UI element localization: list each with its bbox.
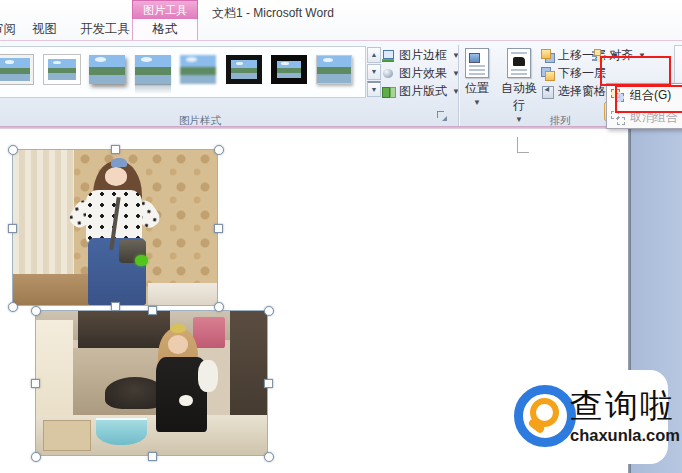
bring-forward-icon xyxy=(541,49,554,62)
tab-view[interactable]: 视图 xyxy=(26,20,63,38)
selection-handle[interactable] xyxy=(111,302,120,311)
photo-standing-woman[interactable] xyxy=(12,149,218,306)
picture-style-soft-edge[interactable] xyxy=(180,55,216,84)
ribbon-format: ▲ ▼ ▼ 图片边框▼ 图片效果▼ 图片版式▼ 图片样式 位置 ▼ xyxy=(0,40,682,127)
position-icon xyxy=(465,48,489,78)
tab-review[interactable]: 审阅 xyxy=(0,20,22,38)
selection-pane-icon xyxy=(541,85,554,98)
tab-format-active[interactable]: 格式 xyxy=(132,19,198,40)
selection-handle[interactable] xyxy=(264,306,274,316)
chevron-down-icon: ▼ xyxy=(638,51,646,60)
picture-style-thick-black-frame[interactable] xyxy=(271,55,307,84)
picture-style-drop-shadow[interactable] xyxy=(89,55,125,84)
position-button[interactable]: 位置 ▼ xyxy=(460,46,494,108)
menu-item-ungroup[interactable]: 取消组合 xyxy=(607,106,682,128)
selection-handle[interactable] xyxy=(31,379,40,388)
page-margin-crop-mark xyxy=(517,137,529,153)
word-window: 审阅 视图 开发工具 图片工具 格式 文档1 - Microsoft Word … xyxy=(0,0,682,473)
photo-kitchen-cooking[interactable] xyxy=(35,310,268,456)
ribbon-tab-row: 审阅 视图 开发工具 图片工具 格式 文档1 - Microsoft Word xyxy=(0,0,682,40)
gallery-scroll-down-icon[interactable]: ▼ xyxy=(367,64,381,80)
picture-layout-icon xyxy=(382,85,395,98)
group-dropdown-menu: 组合(G) 取消组合 xyxy=(606,83,682,129)
selection-handle[interactable] xyxy=(264,452,274,462)
gallery-scroll-up-icon[interactable]: ▲ xyxy=(367,47,381,63)
group-icon xyxy=(611,89,624,102)
selection-handle[interactable] xyxy=(264,379,273,388)
selection-handle[interactable] xyxy=(31,306,41,316)
selection-handle[interactable] xyxy=(8,302,18,312)
picture-style-metal-black-frame[interactable] xyxy=(226,55,262,84)
send-backward-button[interactable]: 下移一层 xyxy=(541,65,606,82)
window-title: 文档1 - Microsoft Word xyxy=(212,5,334,22)
send-backward-icon xyxy=(541,67,554,80)
selection-pane-button[interactable]: 选择窗格 xyxy=(541,83,606,100)
wrap-text-icon xyxy=(507,48,531,78)
picture-border-button[interactable]: 图片边框▼ xyxy=(382,47,460,64)
document-page: 查询啦 chaxunla.com xyxy=(0,129,682,473)
chaxunla-watermark: 查询啦 chaxunla.com xyxy=(504,370,668,464)
picture-style-beveled-white-frame[interactable] xyxy=(44,55,80,84)
picture-effects-icon xyxy=(382,67,395,80)
picture-style-thin-border[interactable] xyxy=(316,55,352,84)
selection-handle[interactable] xyxy=(111,145,120,154)
selection-handle[interactable] xyxy=(31,452,41,462)
watermark-domain: chaxunla.com xyxy=(570,426,680,445)
gallery-more-icon[interactable]: ▼ xyxy=(367,81,381,97)
selection-handle[interactable] xyxy=(148,306,157,315)
picture-layout-button[interactable]: 图片版式▼ xyxy=(382,83,460,100)
selection-handle[interactable] xyxy=(214,302,224,312)
menu-item-group[interactable]: 组合(G) xyxy=(607,84,682,106)
picture-styles-dialog-launcher-icon[interactable] xyxy=(437,111,447,121)
ungroup-icon xyxy=(611,111,624,124)
tab-developer[interactable]: 开发工具 xyxy=(74,20,136,38)
selection-handle[interactable] xyxy=(148,452,157,461)
selection-handle[interactable] xyxy=(8,145,18,155)
picture-style-simple-white-frame[interactable] xyxy=(0,55,33,84)
contextual-tab-group-picture-tools: 图片工具 xyxy=(132,0,198,19)
align-button[interactable]: 对齐▼ xyxy=(592,47,646,64)
picture-effects-button[interactable]: 图片效果▼ xyxy=(382,65,460,82)
picture-style-reflection[interactable] xyxy=(135,55,171,84)
chevron-down-icon: ▼ xyxy=(460,98,494,107)
watermark-brand: 查询啦 xyxy=(570,384,675,429)
wrap-text-button[interactable]: 自动换行 ▼ xyxy=(496,46,542,108)
selection-handle[interactable] xyxy=(214,224,223,233)
selection-handle[interactable] xyxy=(8,224,17,233)
selection-handle[interactable] xyxy=(214,145,224,155)
picture-border-icon xyxy=(382,49,395,62)
align-icon xyxy=(592,49,605,62)
picture-styles-gallery xyxy=(0,46,366,98)
